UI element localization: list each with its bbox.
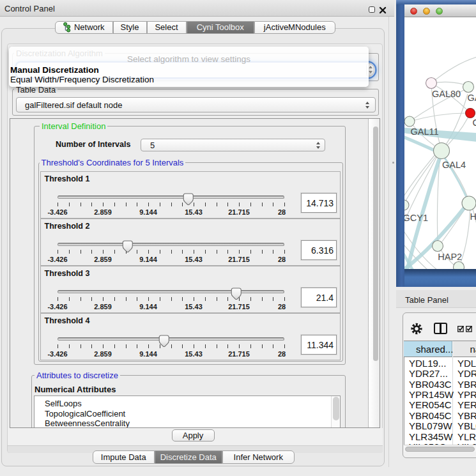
svg-text:GAL4: GAL4 [442, 160, 466, 170]
svg-text:GAL7: GAL7 [468, 93, 476, 103]
svg-text:CYC: CYC [473, 118, 476, 128]
svg-text:GAL80: GAL80 [432, 89, 461, 99]
svg-text:GAL11: GAL11 [411, 127, 439, 137]
svg-text:HIS4: HIS4 [470, 211, 476, 222]
svg-text:HAP2: HAP2 [438, 252, 462, 262]
svg-text:GCY1: GCY1 [404, 213, 428, 223]
